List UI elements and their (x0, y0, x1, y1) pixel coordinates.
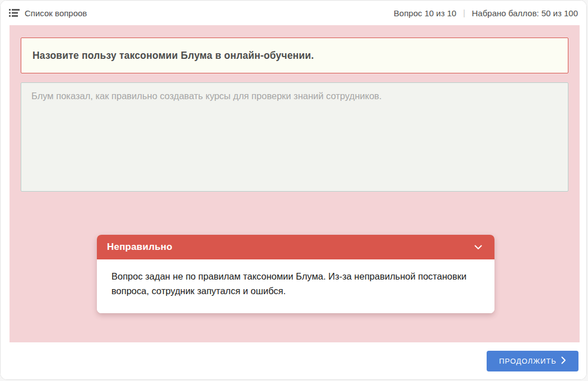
progress-info: Вопрос 10 из 10 | Набрано баллов: 50 из … (394, 8, 578, 18)
feedback-card: Неправильно Вопрос задан не по правилам … (97, 235, 494, 313)
feedback-title: Неправильно (107, 241, 172, 253)
question-text: Назовите пользу таксономии Блума в онлай… (32, 50, 314, 62)
chevron-down-icon (474, 243, 482, 252)
answer-input[interactable]: Блум показал, как правильно создавать ку… (21, 82, 568, 192)
question-counter: Вопрос 10 из 10 (394, 8, 456, 18)
continue-button-label: ПРОДОЛЖИТЬ (499, 357, 557, 365)
top-bar: Список вопроов Вопрос 10 из 10 | Набрано… (1, 1, 586, 25)
feedback-header[interactable]: Неправильно (97, 235, 494, 259)
feedback-message: Вопрос задан не по правилам таксономии Б… (97, 259, 494, 313)
questions-list-label: Список вопроов (25, 8, 87, 18)
continue-button[interactable]: ПРОДОЛЖИТЬ (487, 351, 578, 371)
collapse-feedback-button[interactable] (472, 242, 484, 253)
question-list-icon (9, 8, 20, 17)
question-panel: Назовите пользу таксономии Блума в онлай… (10, 25, 580, 345)
quiz-window: Список вопроов Вопрос 10 из 10 | Набрано… (0, 0, 587, 380)
footer-bar: ПРОДОЛЖИТЬ (1, 342, 586, 379)
chevron-right-icon (561, 356, 566, 366)
score-label: Набрано баллов: 50 из 100 (472, 8, 578, 18)
separator: | (463, 8, 465, 17)
question-box: Назовите пользу таксономии Блума в онлай… (21, 38, 568, 73)
questions-list-button[interactable]: Список вопроов (9, 8, 87, 18)
